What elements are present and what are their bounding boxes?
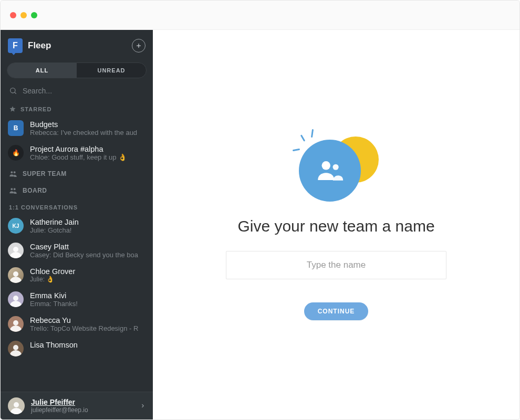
page-title: Give your new team a name — [237, 217, 434, 235]
me-avatar — [8, 397, 25, 414]
window-controls — [10, 12, 37, 18]
conversation-item[interactable]: 🔥 Project Aurora #alpha Chloe: Good stuf… — [1, 141, 153, 165]
me-name: Julie Pfeiffer — [31, 398, 88, 406]
team-label: Board — [23, 187, 47, 194]
filter-tabs: All Unread — [7, 62, 147, 78]
conversation-item[interactable]: Casey PlattCasey: Did Becky send you the… — [1, 238, 153, 263]
item-title: Katherine Jain — [30, 218, 145, 226]
create-team-panel: Give your new team a name Continue — [189, 129, 483, 320]
circle-primary-icon — [299, 140, 361, 202]
conversation-item[interactable]: Emma KiviEmma: Thanks! — [1, 287, 153, 312]
avatar — [8, 341, 24, 356]
section-starred: Starred — [1, 100, 153, 116]
star-icon — [9, 106, 16, 113]
section-starred-label: Starred — [20, 106, 51, 112]
sidebar-scroll[interactable]: Starred B Budgets Rebecca: I've checked … — [1, 100, 153, 392]
avatar: 🔥 — [8, 145, 24, 161]
conversation-item[interactable]: KJ Katherine JainJulie: Gotcha! — [1, 214, 153, 238]
item-text: Project Aurora #alpha Chloe: Good stuff,… — [30, 145, 145, 161]
section-1to1-label: 1:1 Conversations — [9, 204, 78, 211]
item-title: Emma Kivi — [30, 291, 145, 300]
svg-point-1 — [322, 161, 330, 170]
avatar — [8, 316, 24, 332]
avatar: KJ — [8, 218, 24, 234]
item-subtitle: Chloe: Good stuff, keep it up 👌 — [30, 153, 145, 161]
close-window-icon[interactable] — [10, 12, 16, 18]
sidebar-footer[interactable]: Julie Pfeiffer juliepfeiffer@fleep.io — [1, 392, 153, 419]
sidebar: F Fleep All Unread Starred — [1, 30, 153, 419]
chevron-right-icon — [140, 401, 145, 411]
conversation-list: KJ Katherine JainJulie: Gotcha! Casey Pl… — [1, 214, 153, 361]
brand-name: Fleep — [28, 40, 51, 51]
spark-icon — [311, 129, 314, 138]
search-input[interactable] — [23, 87, 144, 95]
item-subtitle: Julie: 👌 — [30, 276, 145, 283]
item-subtitle: Julie: Gotcha! — [30, 226, 145, 234]
main-content: Give your new team a name Continue — [153, 30, 519, 419]
app-window: F Fleep All Unread Starred — [0, 0, 520, 420]
item-text: Budgets Rebecca: I've checked with the a… — [30, 120, 145, 136]
me-email: juliepfeiffer@fleep.io — [31, 406, 88, 414]
svg-point-2 — [333, 164, 339, 170]
team-label: Super Team — [23, 170, 67, 177]
sidebar-team[interactable]: Super Team — [1, 165, 153, 182]
avatar — [8, 267, 24, 283]
item-subtitle: Casey: Did Becky send you the boa — [30, 251, 145, 259]
continue-button[interactable]: Continue — [304, 302, 369, 320]
item-title: Casey Platt — [30, 243, 145, 251]
search — [1, 83, 153, 100]
item-title: Lisa Thomson — [30, 341, 145, 349]
people-icon — [9, 170, 17, 178]
people-icon — [315, 155, 345, 186]
conversation-item[interactable]: Rebecca YuTrello: TopCo Website Redesign… — [1, 312, 153, 337]
conversation-item[interactable]: Lisa Thomson — [1, 337, 153, 361]
section-1to1: 1:1 Conversations — [1, 199, 153, 214]
titlebar — [1, 1, 519, 30]
conversation-item[interactable]: Chloe GroverJulie: 👌 — [1, 263, 153, 287]
item-title: Chloe Grover — [30, 267, 145, 276]
conversation-item[interactable]: B Budgets Rebecca: I've checked with the… — [1, 116, 153, 141]
team-name-input[interactable] — [226, 251, 446, 279]
minimize-window-icon[interactable] — [20, 12, 27, 18]
me-text: Julie Pfeiffer juliepfeiffer@fleep.io — [31, 398, 88, 414]
item-subtitle: Trello: TopCo Website Redesign - R — [30, 324, 145, 332]
search-icon — [9, 87, 17, 95]
brand-logo-icon: F — [8, 38, 23, 53]
item-title: Rebecca Yu — [30, 316, 145, 324]
tab-unread[interactable]: Unread — [77, 63, 146, 78]
team-illustration — [292, 129, 381, 203]
people-icon — [9, 186, 17, 195]
item-title: Project Aurora #alpha — [30, 145, 145, 153]
tab-all[interactable]: All — [7, 63, 77, 78]
avatar — [8, 291, 24, 307]
new-conversation-button[interactable] — [132, 39, 145, 52]
item-subtitle: Emma: Thanks! — [30, 300, 145, 308]
spark-icon — [300, 134, 306, 142]
item-title: Budgets — [30, 120, 145, 129]
plus-icon — [136, 43, 142, 49]
spark-icon — [293, 149, 300, 151]
avatar: B — [8, 120, 24, 136]
brand: F Fleep — [8, 38, 51, 53]
item-subtitle: Rebecca: I've checked with the aud — [30, 129, 145, 136]
maximize-window-icon[interactable] — [31, 12, 37, 18]
app-body: F Fleep All Unread Starred — [1, 30, 519, 419]
avatar — [8, 243, 24, 258]
sidebar-team[interactable]: Board — [1, 182, 153, 199]
sidebar-header: F Fleep — [1, 30, 153, 60]
starred-list: B Budgets Rebecca: I've checked with the… — [1, 116, 153, 165]
